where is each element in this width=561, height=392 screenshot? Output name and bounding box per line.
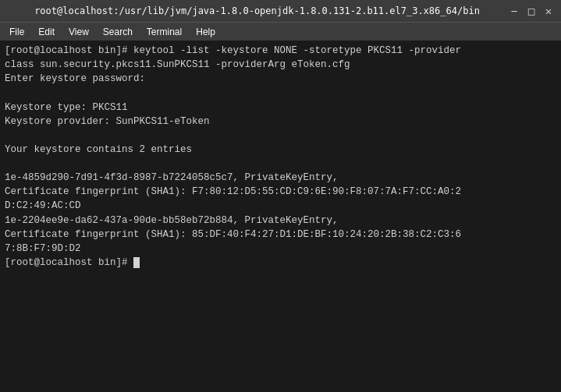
menu-file[interactable]: File: [3, 25, 30, 39]
window-controls: − □ ✕: [508, 5, 555, 16]
menu-view[interactable]: View: [62, 25, 95, 39]
terminal-cursor: [133, 257, 140, 268]
terminal-window: root@localhost:/usr/lib/jvm/java-1.8.0-o…: [0, 0, 561, 392]
menu-help[interactable]: Help: [190, 25, 222, 39]
menu-bar: File Edit View Search Terminal Help: [0, 22, 561, 41]
menu-terminal[interactable]: Terminal: [140, 25, 188, 39]
minimize-button[interactable]: −: [508, 5, 520, 16]
close-button[interactable]: ✕: [542, 5, 555, 16]
terminal-output[interactable]: [root@localhost bin]# keytool -list -key…: [0, 41, 561, 392]
menu-edit[interactable]: Edit: [32, 25, 61, 39]
title-bar: root@localhost:/usr/lib/jvm/java-1.8.0-o…: [0, 0, 561, 22]
window-title: root@localhost:/usr/lib/jvm/java-1.8.0-o…: [6, 5, 508, 16]
menu-search[interactable]: Search: [97, 25, 139, 39]
maximize-button[interactable]: □: [525, 5, 538, 16]
